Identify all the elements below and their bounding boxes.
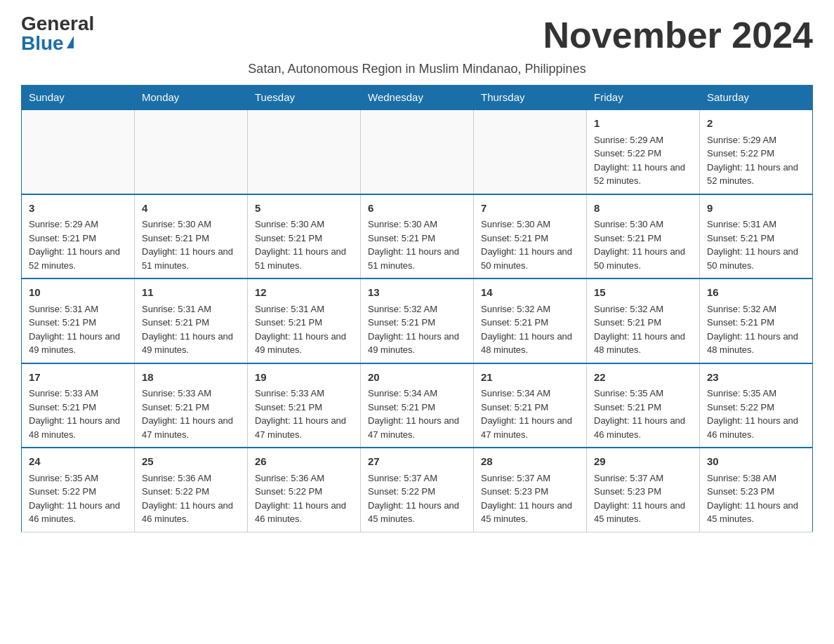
calendar-cell: 24Sunrise: 5:35 AMSunset: 5:22 PMDayligh… [22, 448, 135, 532]
day-number: 12 [255, 285, 353, 301]
calendar-cell: 13Sunrise: 5:32 AMSunset: 5:21 PMDayligh… [361, 279, 474, 363]
calendar-table: SundayMondayTuesdayWednesdayThursdayFrid… [21, 85, 813, 532]
day-number: 23 [707, 370, 805, 386]
calendar-cell: 12Sunrise: 5:31 AMSunset: 5:21 PMDayligh… [248, 279, 361, 363]
day-number: 14 [481, 285, 579, 301]
day-info: Sunrise: 5:30 AMSunset: 5:21 PMDaylight:… [142, 217, 240, 272]
calendar-week-row: 3Sunrise: 5:29 AMSunset: 5:21 PMDaylight… [22, 194, 813, 279]
day-info: Sunrise: 5:30 AMSunset: 5:21 PMDaylight:… [255, 217, 353, 272]
day-number: 9 [707, 201, 805, 217]
calendar-cell: 20Sunrise: 5:34 AMSunset: 5:21 PMDayligh… [361, 363, 474, 448]
day-info: Sunrise: 5:31 AMSunset: 5:21 PMDaylight:… [29, 302, 127, 357]
calendar-cell: 4Sunrise: 5:30 AMSunset: 5:21 PMDaylight… [135, 194, 248, 279]
calendar-cell [135, 109, 248, 194]
calendar-cell: 29Sunrise: 5:37 AMSunset: 5:23 PMDayligh… [587, 448, 700, 532]
day-number: 30 [707, 454, 805, 470]
day-info: Sunrise: 5:32 AMSunset: 5:21 PMDaylight:… [594, 302, 692, 357]
day-number: 11 [142, 285, 240, 301]
weekday-header-monday: Monday [135, 86, 248, 110]
calendar-cell: 11Sunrise: 5:31 AMSunset: 5:21 PMDayligh… [135, 279, 248, 363]
day-number: 21 [481, 370, 579, 386]
day-info: Sunrise: 5:36 AMSunset: 5:22 PMDaylight:… [255, 471, 353, 526]
logo-general-text: General [21, 14, 94, 34]
day-number: 15 [594, 285, 692, 301]
calendar-cell: 28Sunrise: 5:37 AMSunset: 5:23 PMDayligh… [474, 448, 587, 532]
day-info: Sunrise: 5:31 AMSunset: 5:21 PMDaylight:… [255, 302, 353, 357]
day-number: 29 [594, 454, 692, 470]
weekday-header-wednesday: Wednesday [361, 86, 474, 110]
page-title: November 2024 [543, 14, 813, 56]
day-number: 24 [29, 454, 127, 470]
day-number: 8 [594, 201, 692, 217]
calendar-cell: 21Sunrise: 5:34 AMSunset: 5:21 PMDayligh… [474, 363, 587, 448]
day-info: Sunrise: 5:35 AMSunset: 5:22 PMDaylight:… [707, 387, 805, 441]
calendar-cell: 17Sunrise: 5:33 AMSunset: 5:21 PMDayligh… [22, 363, 135, 448]
day-info: Sunrise: 5:36 AMSunset: 5:22 PMDaylight:… [142, 471, 240, 526]
day-info: Sunrise: 5:33 AMSunset: 5:21 PMDaylight:… [142, 387, 240, 441]
calendar-cell: 15Sunrise: 5:32 AMSunset: 5:21 PMDayligh… [587, 279, 700, 363]
calendar-body: 1Sunrise: 5:29 AMSunset: 5:22 PMDaylight… [22, 109, 813, 532]
day-number: 3 [29, 201, 127, 217]
day-number: 16 [707, 285, 805, 301]
calendar-cell: 25Sunrise: 5:36 AMSunset: 5:22 PMDayligh… [135, 448, 248, 532]
day-number: 28 [481, 454, 579, 470]
day-number: 17 [29, 370, 127, 386]
day-number: 26 [255, 454, 353, 470]
day-number: 4 [142, 201, 240, 217]
day-number: 25 [142, 454, 240, 470]
day-info: Sunrise: 5:32 AMSunset: 5:21 PMDaylight:… [368, 302, 466, 357]
day-info: Sunrise: 5:35 AMSunset: 5:22 PMDaylight:… [29, 471, 127, 526]
day-info: Sunrise: 5:31 AMSunset: 5:21 PMDaylight:… [142, 302, 240, 357]
day-info: Sunrise: 5:30 AMSunset: 5:21 PMDaylight:… [594, 217, 692, 272]
calendar-cell: 5Sunrise: 5:30 AMSunset: 5:21 PMDaylight… [248, 194, 361, 279]
calendar-cell: 23Sunrise: 5:35 AMSunset: 5:22 PMDayligh… [700, 363, 813, 448]
logo-blue-text: Blue [21, 34, 74, 53]
calendar-cell: 26Sunrise: 5:36 AMSunset: 5:22 PMDayligh… [248, 448, 361, 532]
day-info: Sunrise: 5:30 AMSunset: 5:21 PMDaylight:… [368, 217, 466, 272]
day-number: 19 [255, 370, 353, 386]
day-info: Sunrise: 5:37 AMSunset: 5:22 PMDaylight:… [368, 471, 466, 526]
day-number: 7 [481, 201, 579, 217]
day-number: 18 [142, 370, 240, 386]
day-info: Sunrise: 5:38 AMSunset: 5:23 PMDaylight:… [707, 471, 805, 526]
calendar-cell: 18Sunrise: 5:33 AMSunset: 5:21 PMDayligh… [135, 363, 248, 448]
day-number: 10 [29, 285, 127, 301]
subtitle: Satan, Autonomous Region in Muslim Minda… [21, 62, 813, 76]
day-info: Sunrise: 5:32 AMSunset: 5:21 PMDaylight:… [707, 302, 805, 357]
day-info: Sunrise: 5:32 AMSunset: 5:21 PMDaylight:… [481, 302, 579, 357]
calendar-cell: 1Sunrise: 5:29 AMSunset: 5:22 PMDaylight… [587, 109, 700, 194]
day-info: Sunrise: 5:33 AMSunset: 5:21 PMDaylight:… [29, 387, 127, 441]
calendar-cell: 19Sunrise: 5:33 AMSunset: 5:21 PMDayligh… [248, 363, 361, 448]
calendar-cell [361, 109, 474, 194]
calendar-cell: 30Sunrise: 5:38 AMSunset: 5:23 PMDayligh… [700, 448, 813, 532]
day-info: Sunrise: 5:29 AMSunset: 5:22 PMDaylight:… [594, 133, 692, 188]
day-info: Sunrise: 5:30 AMSunset: 5:21 PMDaylight:… [481, 217, 579, 272]
calendar-cell: 7Sunrise: 5:30 AMSunset: 5:21 PMDaylight… [474, 194, 587, 279]
calendar-cell: 27Sunrise: 5:37 AMSunset: 5:22 PMDayligh… [361, 448, 474, 532]
page-header: General Blue November 2024 [21, 14, 813, 56]
day-number: 13 [368, 285, 466, 301]
weekday-header-sunday: Sunday [22, 86, 135, 110]
calendar-cell: 8Sunrise: 5:30 AMSunset: 5:21 PMDaylight… [587, 194, 700, 279]
day-info: Sunrise: 5:37 AMSunset: 5:23 PMDaylight:… [481, 471, 579, 526]
calendar-cell: 2Sunrise: 5:29 AMSunset: 5:22 PMDaylight… [700, 109, 813, 194]
calendar-cell: 16Sunrise: 5:32 AMSunset: 5:21 PMDayligh… [700, 279, 813, 363]
day-info: Sunrise: 5:35 AMSunset: 5:21 PMDaylight:… [594, 387, 692, 441]
day-number: 6 [368, 201, 466, 217]
day-number: 27 [368, 454, 466, 470]
day-info: Sunrise: 5:33 AMSunset: 5:21 PMDaylight:… [255, 387, 353, 441]
calendar-cell: 6Sunrise: 5:30 AMSunset: 5:21 PMDaylight… [361, 194, 474, 279]
day-number: 22 [594, 370, 692, 386]
day-number: 5 [255, 201, 353, 217]
logo-triangle-icon [67, 36, 74, 48]
day-info: Sunrise: 5:34 AMSunset: 5:21 PMDaylight:… [368, 387, 466, 441]
weekday-header-tuesday: Tuesday [248, 86, 361, 110]
calendar-cell: 22Sunrise: 5:35 AMSunset: 5:21 PMDayligh… [587, 363, 700, 448]
day-info: Sunrise: 5:29 AMSunset: 5:21 PMDaylight:… [29, 217, 127, 272]
day-info: Sunrise: 5:31 AMSunset: 5:21 PMDaylight:… [707, 217, 805, 272]
calendar-cell [248, 109, 361, 194]
calendar-cell: 9Sunrise: 5:31 AMSunset: 5:21 PMDaylight… [700, 194, 813, 279]
calendar-week-row: 24Sunrise: 5:35 AMSunset: 5:22 PMDayligh… [22, 448, 813, 532]
calendar-cell: 3Sunrise: 5:29 AMSunset: 5:21 PMDaylight… [22, 194, 135, 279]
weekday-header-row: SundayMondayTuesdayWednesdayThursdayFrid… [22, 86, 813, 110]
